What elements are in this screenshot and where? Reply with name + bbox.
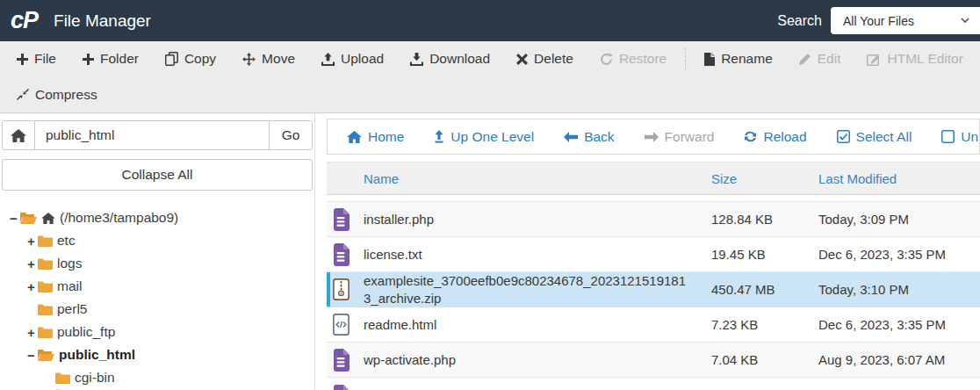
- tree-item-label: (/home3/tampabo9): [60, 210, 178, 226]
- column-header-size[interactable]: Size: [711, 171, 818, 186]
- tree-item-logs[interactable]: + logs: [2, 252, 313, 275]
- restore-button: Restore: [587, 41, 680, 76]
- file-size: 128.84 KB: [711, 212, 818, 227]
- plus-icon: [17, 54, 28, 65]
- expand-expander[interactable]: +: [25, 280, 38, 293]
- new-file-button[interactable]: File: [4, 41, 69, 76]
- file-table: Name Size Last Modified installer.php 12…: [327, 162, 980, 390]
- nav-link-label: Reload: [763, 129, 806, 145]
- tree-item-label: cgi-bin: [75, 370, 115, 386]
- tree-item-cgi-bin[interactable]: cgi-bin: [2, 366, 313, 389]
- move-button[interactable]: Move: [229, 41, 308, 76]
- collapse-all-button[interactable]: Collapse All: [2, 159, 313, 191]
- nav-link-label: Back: [584, 129, 614, 145]
- expand-expander[interactable]: +: [25, 235, 38, 248]
- tree-item-root[interactable]: − (/home3/tampabo9): [2, 206, 313, 229]
- home-icon: [347, 131, 362, 143]
- file-modified: Aug 9, 2023, 6:07 AM: [818, 352, 980, 367]
- text-file-icon: [333, 243, 350, 266]
- new-folder-button[interactable]: Folder: [69, 41, 152, 76]
- file-row-license-txt[interactable]: license.txt 19.45 KB Dec 6, 2023, 3:35 P…: [327, 237, 980, 272]
- nav-back-link[interactable]: Back: [564, 129, 614, 145]
- upload-icon: [321, 53, 335, 66]
- file-size: 450.47 MB: [711, 282, 818, 297]
- php-file-icon: [333, 385, 350, 390]
- file-name: examplesite_3700eefb0e9c80234678_2023121…: [364, 272, 711, 307]
- column-header-modified[interactable]: Last Modified: [818, 171, 980, 186]
- download-icon: [410, 53, 423, 66]
- nav-reload-link[interactable]: Reload: [744, 129, 806, 145]
- toolbar-item-label: Upload: [341, 51, 384, 67]
- nav-forward-link: Forward: [645, 129, 715, 145]
- arrow-left-icon: [564, 132, 578, 142]
- nav-unselect-all-link[interactable]: Unselect All: [941, 129, 980, 145]
- download-button[interactable]: Download: [397, 41, 503, 76]
- top-navbar: cP File Manager Search All Your Files: [0, 0, 980, 41]
- nav-select-all-link[interactable]: Select All: [837, 129, 912, 145]
- html-file-icon: [333, 314, 349, 336]
- cpanel-logo: cP: [11, 9, 38, 32]
- search-area: Search All Your Files: [777, 7, 980, 34]
- tree-item-label: logs: [57, 256, 82, 271]
- content-area: Go Collapse All − (/home3/tampabo9) + et…: [0, 113, 980, 390]
- file-row-wp-activate-php[interactable]: wp-activate.php 7.04 KB Aug 9, 2023, 6:0…: [327, 343, 980, 378]
- page-title: File Manager: [54, 11, 151, 31]
- nav-link-label: Home: [368, 129, 404, 145]
- collapse-expander[interactable]: −: [7, 212, 20, 225]
- copy-button[interactable]: Copy: [152, 41, 229, 76]
- directory-tree: − (/home3/tampabo9) + etc + logs +: [2, 206, 313, 390]
- toolbar-item-label: File: [34, 51, 56, 67]
- tree-item-perl5[interactable]: perl5: [2, 298, 313, 321]
- plus-icon: [83, 54, 94, 65]
- tree-item-label: etc: [57, 233, 76, 249]
- delete-button[interactable]: Delete: [503, 41, 587, 76]
- file-size: 7.04 KB: [711, 352, 818, 367]
- search-label: Search: [777, 13, 822, 29]
- tree-item-label: perl5: [57, 301, 87, 317]
- file-row-installer-php[interactable]: installer.php 128.84 KB Today, 3:09 PM: [327, 202, 980, 237]
- toolbar-item-label: Copy: [184, 51, 216, 67]
- collapse-expander[interactable]: −: [25, 349, 38, 362]
- file-modified: Dec 6, 2023, 3:35 PM: [818, 317, 980, 332]
- php-file-icon: [333, 349, 350, 372]
- expand-expander[interactable]: +: [25, 257, 38, 271]
- tree-item-public-html[interactable]: − public_html: [2, 343, 313, 366]
- file-name: installer.php: [364, 211, 711, 228]
- folder-icon: [38, 281, 53, 292]
- toolbar-divider: [685, 47, 686, 70]
- checked-box-icon: [837, 130, 850, 143]
- tree-item-mail[interactable]: + mail: [2, 275, 313, 298]
- file-modified: Today, 3:10 PM: [818, 282, 980, 297]
- move-icon: [242, 53, 256, 66]
- arrow-right-icon: [645, 132, 659, 142]
- file-name: wp-activate.php: [364, 351, 711, 369]
- expand-expander[interactable]: +: [25, 326, 38, 339]
- home-directory-button[interactable]: [3, 121, 35, 149]
- search-scope-value: All Your Files: [843, 14, 914, 28]
- file-row-archive-zip-selected[interactable]: examplesite_3700eefb0e9c80234678_2023121…: [327, 272, 980, 307]
- folder-icon: [38, 304, 53, 315]
- toolbar-item-label: Folder: [100, 51, 139, 67]
- compress-button[interactable]: Compress: [4, 76, 111, 112]
- home-icon: [11, 129, 26, 142]
- go-button[interactable]: Go: [269, 121, 312, 149]
- file-name: license.txt: [364, 246, 711, 264]
- nav-home-link[interactable]: Home: [347, 129, 404, 145]
- toolbar-row-2: Compress: [0, 76, 980, 112]
- zip-file-icon: [333, 278, 349, 300]
- search-scope-select[interactable]: All Your Files: [831, 7, 980, 34]
- rename-button[interactable]: Rename: [691, 41, 786, 76]
- tree-item-etc[interactable]: + etc: [2, 229, 313, 252]
- copy-icon: [165, 52, 178, 66]
- file-manager-app: cP File Manager Search All Your Files Fi…: [0, 0, 980, 390]
- path-input[interactable]: [35, 121, 269, 149]
- sidebar: Go Collapse All − (/home3/tampabo9) + et…: [0, 113, 315, 390]
- file-row-readme-html[interactable]: readme.html 7.23 KB Dec 6, 2023, 3:35 PM: [327, 307, 980, 343]
- tree-item-public-ftp[interactable]: + public_ftp: [2, 321, 313, 343]
- nav-up-one-level-link[interactable]: Up One Level: [434, 129, 534, 145]
- file-name: readme.html: [364, 316, 711, 334]
- open-folder-icon: [20, 212, 37, 224]
- upload-button[interactable]: Upload: [308, 41, 397, 76]
- compress-icon: [17, 89, 29, 101]
- column-header-name[interactable]: Name: [364, 171, 711, 186]
